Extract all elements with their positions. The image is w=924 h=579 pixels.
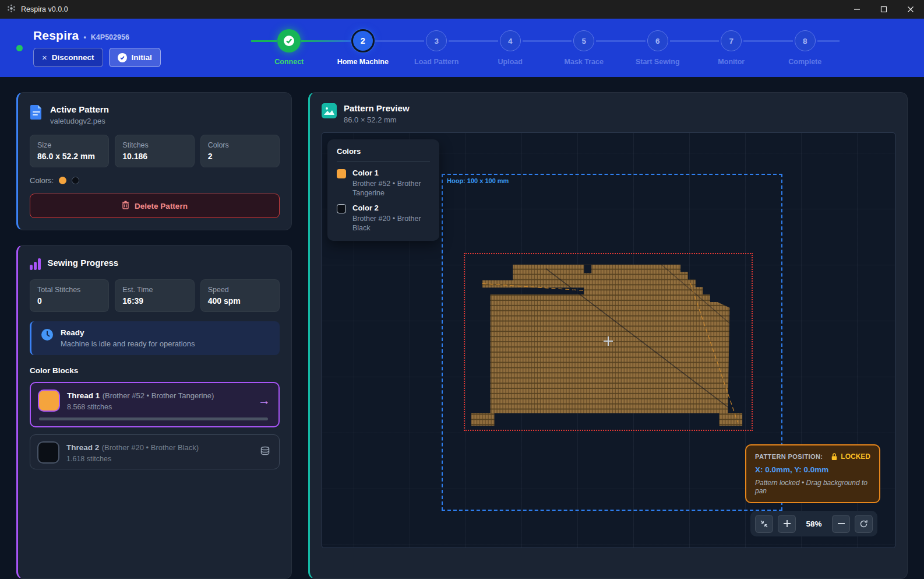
status-title: Ready [61,328,195,337]
zoom-level: 58% [800,520,827,528]
maximize-button[interactable] [870,0,897,19]
legend-swatch-orange [337,169,346,178]
color-blocks-title: Color Blocks [30,366,280,375]
status-text: Machine is idle and ready for operations [61,339,195,348]
step-monitor[interactable]: 7 Monitor [694,29,768,66]
minus-icon [837,519,846,528]
position-label: PATTERN POSITION: [755,453,823,460]
pattern-preview-card: Pattern Preview 86.0 × 52.2 mm Colors Co… [308,92,908,579]
step-mask-trace[interactable]: 5 Mask Trace [547,29,621,66]
trash-icon [122,201,129,211]
reset-view-button[interactable] [855,515,873,533]
machine-status-banner: Ready Machine is idle and ready for oper… [30,321,280,355]
stat-stitches: Stitches 10.186 [115,135,194,167]
active-pattern-title: Active Pattern [50,104,109,114]
close-button[interactable] [897,0,924,19]
step-complete[interactable]: 8 Complete [768,29,842,66]
sewing-progress-title: Sewing Progress [48,258,119,268]
close-x-icon: × [42,52,47,62]
legend-swatch-black [337,204,346,213]
refresh-icon [859,519,869,529]
document-icon [30,104,43,122]
main-content: Active Pattern valetudogv2.pes Size 86.0… [0,77,924,579]
zoom-in-button[interactable] [778,515,796,533]
step-upload[interactable]: 4 Upload [474,29,548,66]
minimize-button[interactable] [844,0,870,19]
legend-entry-color2: Color 2 Brother #20 • Brother Black [337,203,430,233]
brand-block: Respira • K4P502956 × Disconnect Initial [33,29,161,67]
lock-icon [831,452,838,461]
wizard-stepper: Connect 2 Home Machine 3 Load Pattern 4 … [252,29,842,66]
pattern-position-panel: PATTERN POSITION: LOCKED X: 0.0mm, Y: 0.… [745,444,880,503]
preview-size: 86.0 × 52.2 mm [344,115,410,124]
legend-entry-color1: Color 1 Brother #52 • Brother Tangerine [337,169,430,198]
app-name: Respira [33,29,79,43]
stat-size: Size 86.0 x 52.2 mm [30,135,109,167]
stat-est-time: Est. Time 16:39 [115,279,194,312]
stat-speed: Speed 400 spm [200,279,280,312]
hoop-label: Hoop: 100 x 100 mm [447,177,509,184]
clock-icon [41,328,54,343]
thread-block-2[interactable]: Thread 2 (Brother #20 • Brother Black) 1… [30,434,280,469]
left-column: Active Pattern valetudogv2.pes Size 86.0… [16,92,292,579]
thread-2-swatch [38,443,58,462]
step-connect[interactable]: Connect [252,29,326,66]
zoom-toolbar: 58% [750,511,877,536]
zoom-out-button[interactable] [832,515,850,533]
center-crosshair-icon [604,336,613,346]
locked-badge: LOCKED [831,452,870,461]
preview-title: Pattern Preview [344,103,410,113]
initial-button[interactable]: Initial [109,48,161,67]
position-coordinates: X: 0.0mm, Y: 0.0mm [755,465,870,474]
thread-1-progress [39,417,268,420]
compress-icon [759,519,769,529]
pattern-filename: valetudogv2.pes [50,117,109,125]
stat-colors: Colors 2 [200,135,280,167]
app-icon [7,4,16,15]
stat-total-stitches: Total Stitches 0 [30,279,109,312]
pattern-colors-row: Colors: [30,176,280,185]
step-start-sewing[interactable]: 6 Start Sewing [621,29,695,66]
step-home-machine[interactable]: 2 Home Machine [326,29,400,66]
thread-block-1[interactable]: Thread 1 (Brother #52 • Brother Tangerin… [30,382,280,427]
bar-chart-icon [30,258,41,270]
color-dot-orange [59,177,66,184]
delete-pattern-button[interactable]: Delete Pattern [30,194,280,218]
disconnect-button[interactable]: × Disconnect [33,48,103,67]
sewing-progress-card: Sewing Progress Total Stitches 0 Est. Ti… [16,245,292,579]
plus-icon [782,519,792,528]
machine-serial: K4P502956 [91,33,129,41]
check-circle-icon [118,53,127,62]
colors-legend: Colors Color 1 Brother #52 • Brother Tan… [327,139,439,241]
image-icon [322,103,337,121]
active-pattern-card: Active Pattern valetudogv2.pes Size 86.0… [16,92,292,230]
fit-to-screen-button[interactable] [755,515,773,533]
app-header: Respira • K4P502956 × Disconnect Initial… [0,19,924,77]
layers-icon [259,445,271,459]
color-dot-black [72,177,79,184]
arrow-right-icon: → [258,394,270,408]
step-check-icon [277,29,301,52]
step-load-pattern[interactable]: 3 Load Pattern [400,29,474,66]
serial-bullet: • [83,33,86,41]
title-bar: Respira v0.0.0 [0,0,924,19]
window-title: Respira v0.0.0 [21,5,68,13]
thread-1-swatch [39,391,59,410]
window-controls [844,0,924,19]
position-hint: Pattern locked • Drag background to pan [755,479,870,495]
connection-status-dot [16,45,23,51]
preview-canvas[interactable]: Colors Color 1 Brother #52 • Brother Tan… [322,132,895,548]
